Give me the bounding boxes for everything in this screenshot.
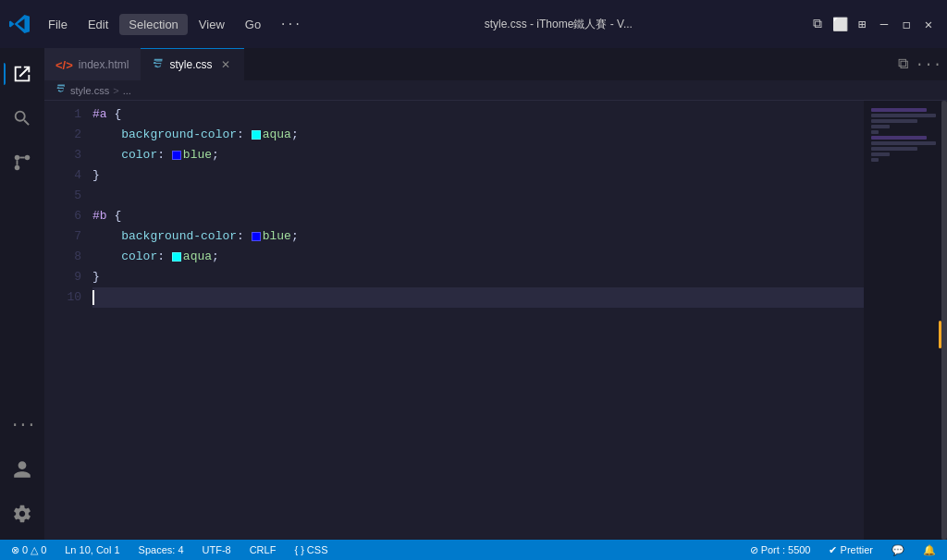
explorer-icon[interactable] — [4, 55, 41, 92]
semi-8: ; — [212, 247, 219, 267]
line-ending[interactable]: CRLF — [246, 540, 280, 560]
value-blue-2: blue — [263, 226, 291, 247]
line-num-6: 6 — [44, 206, 81, 226]
code-line-6: #b { — [92, 206, 864, 226]
menu-go[interactable]: Go — [236, 14, 270, 35]
tab-style-css[interactable]: style.css ✕ — [141, 48, 244, 80]
bell-icon: 🔔 — [923, 544, 936, 556]
feedback-btn[interactable]: 💬 — [888, 540, 908, 560]
brace-close-2: } — [92, 267, 100, 287]
restore-btn[interactable]: ◻ — [897, 15, 916, 33]
code-editor[interactable]: #a { background-color: aqua; color: blue… — [89, 101, 864, 540]
cursor-position[interactable]: Ln 10, Col 1 — [61, 540, 123, 560]
brace-open-2: { — [107, 206, 122, 226]
swatch-aqua-1 — [252, 130, 261, 140]
indent-2 — [92, 125, 121, 145]
code-line-9: } — [92, 267, 864, 287]
colon-7: : — [237, 226, 252, 247]
spaces-text: Spaces: 4 — [139, 544, 184, 555]
tab-index-html[interactable]: </> index.html — [44, 48, 141, 80]
split-editor-btn[interactable]: ⧉ — [808, 15, 827, 33]
more-actions-icon[interactable]: ··· — [917, 54, 940, 76]
brace-open-1: { — [107, 104, 122, 125]
property-color-1: color — [121, 145, 157, 165]
minimap-line-4 — [871, 125, 890, 128]
menu-file[interactable]: File — [39, 14, 77, 35]
property-bg-2: background-color — [121, 226, 237, 247]
close-btn[interactable]: ✕ — [919, 15, 938, 33]
indent-3 — [92, 145, 121, 165]
colon-3: : — [157, 145, 172, 165]
colon-8: : — [157, 247, 172, 267]
maximize-btn[interactable]: ⬜ — [830, 15, 849, 33]
selector-a: #a — [92, 104, 107, 125]
position-text: Ln 10, Col 1 — [65, 544, 119, 555]
live-server-port[interactable]: ⊘ Port : 5500 — [746, 540, 815, 560]
minimize-btn[interactable]: — — [875, 15, 893, 33]
tab-close-btn[interactable]: ✕ — [218, 57, 233, 72]
minimap-line-3 — [871, 119, 917, 123]
svg-point-1 — [25, 155, 31, 161]
selector-b: #b — [92, 206, 107, 226]
breadcrumb-filename: style.css — [70, 85, 109, 96]
titlebar: File Edit Selection View Go ··· style.cs… — [0, 0, 947, 48]
menu-view[interactable]: View — [190, 14, 234, 35]
menu-selection[interactable]: Selection — [119, 14, 187, 35]
indent-7 — [92, 226, 121, 247]
menu-edit[interactable]: Edit — [79, 14, 117, 35]
indentation[interactable]: Spaces: 4 — [135, 540, 188, 560]
line-num-7: 7 — [44, 226, 81, 247]
semi-7: ; — [291, 226, 299, 247]
line-num-3: 3 — [44, 145, 81, 165]
app-logo — [9, 14, 30, 34]
error-num: 0 — [22, 544, 28, 555]
encoding[interactable]: UTF-8 — [199, 540, 235, 560]
search-icon[interactable] — [4, 100, 41, 137]
brace-close-1: } — [92, 165, 100, 186]
account-icon[interactable] — [4, 451, 41, 488]
window-controls: ⧉ ⬜ ⊞ — ◻ ✕ — [808, 15, 938, 33]
language-mode[interactable]: { } CSS — [290, 540, 331, 560]
swatch-blue-1 — [172, 151, 181, 160]
breadcrumb-dots: ... — [123, 85, 131, 96]
breadcrumb: style.css > ... — [44, 80, 947, 101]
minimap-line-10 — [871, 158, 879, 162]
minimap-scrollbar[interactable] — [941, 101, 947, 540]
tab-label-index-html: index.html — [79, 58, 129, 71]
source-control-icon[interactable] — [4, 144, 41, 181]
cursor — [92, 290, 94, 305]
line-num-9: 9 — [44, 267, 81, 287]
colon-2: : — [237, 125, 252, 145]
svg-point-2 — [15, 155, 20, 161]
line-num-8: 8 — [44, 247, 81, 267]
line-num-10: 10 — [44, 287, 81, 308]
tab-label-style-css: style.css — [170, 58, 213, 71]
empty-5 — [92, 186, 100, 206]
error-count[interactable]: ⊗ 0 △ 0 — [7, 540, 50, 560]
tab-actions: ⧉ ··· — [892, 54, 940, 76]
semi-2: ; — [291, 125, 299, 145]
tab-bar: </> index.html style.css ✕ ⧉ ··· — [44, 48, 947, 80]
split-editor-icon[interactable]: ⧉ — [892, 54, 914, 76]
settings-icon[interactable] — [4, 495, 41, 532]
feedback-icon: 💬 — [892, 544, 904, 556]
breadcrumb-css-icon — [55, 83, 67, 97]
notifications-btn[interactable]: 🔔 — [919, 540, 940, 560]
html-icon: </> — [55, 58, 73, 72]
prettier-status[interactable]: ✔ Prettier — [825, 540, 877, 560]
port-text: ⊘ Port : 5500 — [750, 544, 811, 556]
value-aqua-2: aqua — [183, 247, 212, 267]
language-text: { } CSS — [294, 544, 327, 555]
extensions-icon[interactable]: ··· — [4, 407, 41, 444]
line-num-2: 2 — [44, 125, 81, 145]
warning-icon: △ — [31, 544, 38, 556]
line-ending-text: CRLF — [250, 544, 277, 555]
minimap-thumb — [941, 101, 947, 540]
swatch-aqua-2 — [172, 252, 181, 262]
line-num-4: 4 — [44, 165, 81, 186]
split-layout-btn[interactable]: ⊞ — [853, 15, 871, 33]
code-line-5 — [92, 186, 864, 206]
minimap-line-1 — [871, 108, 927, 112]
minimap-content — [871, 108, 940, 164]
menu-more[interactable]: ··· — [272, 14, 308, 35]
